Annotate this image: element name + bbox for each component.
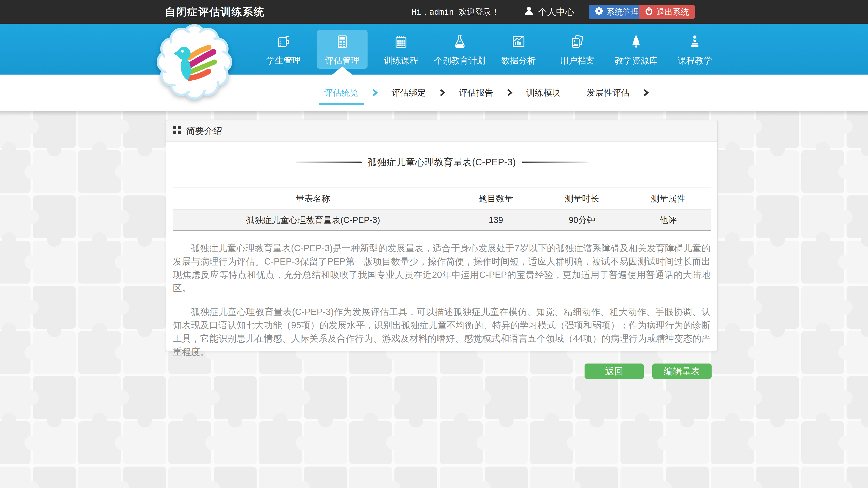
main-nav-items: 学生管理 评估管理 [254, 24, 724, 74]
page-content: 简要介绍 孤独症儿童心理教育量表(C-PEP-3) 量表名称 题目数量 测量时长… [0, 111, 868, 488]
logout-button[interactable]: 退出系统 [639, 5, 695, 19]
sub-nav-bar: 评估统览 评估绑定 评估报告 训练模块 发展性评估 [0, 74, 868, 111]
table-header-row: 量表名称 题目数量 测量时长 测量属性 [173, 188, 711, 210]
welcome-text: Hi，admin 欢迎登录！ [411, 0, 499, 24]
intro-panel: 简要介绍 孤独症儿童心理教育量表(C-PEP-3) 量表名称 题目数量 测量时长… [166, 120, 718, 351]
nav-item-course-teaching[interactable]: 课程教学 [665, 24, 724, 74]
nav-label: 课程教学 [678, 55, 712, 66]
nav-label: 数据分析 [501, 55, 536, 66]
profile-link[interactable]: 个人中心 [524, 0, 574, 24]
gear-icon [595, 7, 603, 18]
nav-item-teaching-resources[interactable]: 教学资源库 [607, 24, 665, 74]
scale-title: 孤独症儿童心理教育量表(C-PEP-3) [368, 156, 516, 168]
power-icon [645, 7, 653, 18]
nav-item-training-course[interactable]: 训练课程 [372, 24, 430, 74]
calculator-icon [335, 34, 350, 50]
nav-item-assessment-management[interactable]: 评估管理 [313, 24, 372, 74]
table-row: 孤独症儿童心理教育量表(C-PEP-3) 139 90分钟 他评 [173, 210, 711, 231]
panel-header-title: 简要介绍 [186, 125, 222, 137]
col-header-item-count: 题目数量 [453, 188, 539, 210]
top-bar: 自闭症评估训练系统 Hi，admin 欢迎登录！ 个人中心 系统管理 [0, 0, 868, 24]
bell-icon [628, 34, 644, 50]
nav-item-data-analysis[interactable]: 数据分析 [489, 24, 548, 74]
chart-icon [511, 34, 526, 50]
nav-item-student-management[interactable]: 学生管理 [254, 24, 313, 74]
nav-item-iep[interactable]: 个别教育计划 [430, 24, 489, 74]
flask-icon [452, 34, 467, 50]
nav-label: 个别教育计划 [434, 55, 486, 66]
subnav-item-assessment-report[interactable]: 评估报告 [459, 87, 493, 98]
description-paragraph-1: 孤独症儿童心理教育量表(C-PEP-3)是一种新型的发展量表，适合于身心发展处于… [173, 241, 710, 295]
subnav-item-training-module[interactable]: 训练模块 [526, 87, 561, 98]
nav-label: 教学资源库 [615, 55, 657, 66]
system-admin-label: 系统管理 [607, 6, 639, 18]
calendar-icon [393, 34, 409, 50]
col-header-duration: 测量时长 [539, 188, 625, 210]
nav-label: 训练课程 [384, 55, 418, 66]
title-divider-right [522, 162, 588, 163]
chevron-right-icon [372, 89, 378, 97]
photos-icon [569, 34, 585, 50]
chevron-right-icon [439, 89, 445, 97]
cell-attribute: 他评 [625, 210, 711, 231]
subnav-item-assessment-binding[interactable]: 评估绑定 [392, 87, 426, 98]
system-admin-button[interactable]: 系统管理 [589, 5, 645, 19]
scale-info-table: 量表名称 题目数量 测量时长 测量属性 孤独症儿童心理教育量表(C-PEP-3)… [173, 188, 711, 231]
subnav-item-assessment-overview[interactable]: 评估统览 [324, 87, 359, 98]
wallet-icon [276, 34, 291, 50]
main-nav-bar: 学生管理 评估管理 [0, 24, 868, 74]
logout-label: 退出系统 [656, 6, 689, 18]
nav-label: 学生管理 [266, 55, 301, 66]
app-logo[interactable] [156, 24, 234, 102]
back-button[interactable]: 返回 [585, 363, 644, 379]
cell-duration: 90分钟 [539, 210, 625, 231]
cell-scale-name: 孤独症儿童心理教育量表(C-PEP-3) [173, 210, 453, 231]
panel-actions: 返回 编辑量表 [172, 363, 712, 379]
lectern-icon [687, 34, 703, 50]
edit-scale-button[interactable]: 编辑量表 [652, 363, 712, 379]
col-header-attribute: 测量属性 [625, 188, 711, 210]
col-header-scale-name: 量表名称 [173, 188, 453, 210]
title-divider-left [296, 162, 362, 163]
chevron-right-icon [507, 89, 513, 97]
nav-label: 用户档案 [560, 55, 594, 66]
user-icon [524, 6, 534, 18]
nav-item-user-archives[interactable]: 用户档案 [548, 24, 607, 74]
nav-label: 评估管理 [325, 55, 360, 66]
description-paragraph-2: 孤独症儿童心理教育量表(C-PEP-3)作为发展评估工具，可以描述孤独症儿童在模… [173, 305, 710, 359]
grid-icon [173, 126, 181, 136]
subnav-item-developmental-assessment[interactable]: 发展性评估 [587, 87, 629, 98]
panel-header: 简要介绍 [166, 121, 717, 142]
profile-label: 个人中心 [538, 6, 574, 18]
app-title: 自闭症评估训练系统 [165, 0, 265, 24]
cell-item-count: 139 [453, 210, 539, 231]
chevron-right-icon [643, 89, 649, 97]
scale-title-row: 孤独症儿童心理教育量表(C-PEP-3) [166, 156, 717, 168]
